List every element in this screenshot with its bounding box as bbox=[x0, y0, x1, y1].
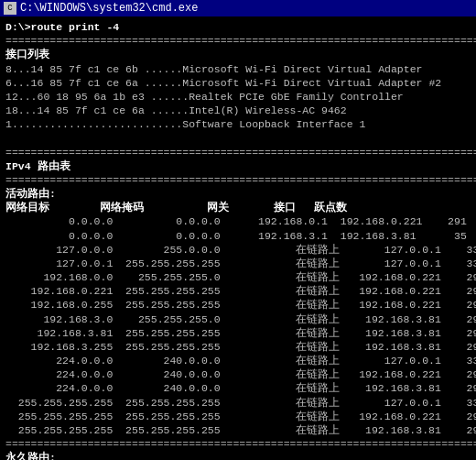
route-header: 网络目标 网络掩码 网关 接口 跃点数 bbox=[5, 201, 471, 214]
title-bar: C C:\WINDOWS\system32\cmd.exe bbox=[0, 0, 476, 16]
separator-eq-2: ========================================… bbox=[5, 146, 471, 159]
route-13: 255.255.255.255 255.255.255.255 在链路上 127… bbox=[5, 396, 471, 410]
route-3: 127.0.0.1 255.255.255.255 在链路上 127.0.0.1… bbox=[5, 257, 471, 270]
route-11: 224.0.0.0 240.0.0.0 在链路上 192.168.0.221 2… bbox=[5, 367, 471, 381]
iface-2: 12...60 18 95 6a 1b e3 ......Realtek PCI… bbox=[5, 90, 471, 104]
separator-eq-3: ========================================… bbox=[5, 173, 471, 187]
route-4: 192.168.0.0 255.255.255.0 在链路上 192.168.0… bbox=[5, 270, 471, 284]
section-persistent-label: 永久路由: bbox=[5, 451, 471, 460]
route-0: 0.0.0.0 0.0.0.0 192.168.0.1 192.168.0.22… bbox=[5, 214, 471, 228]
separator-eq-4: ========================================… bbox=[5, 437, 471, 451]
iface-1: 6...16 85 7f c1 ce 6a ......Microsoft Wi… bbox=[5, 76, 471, 90]
console-area: D:\>route print -4 =====================… bbox=[0, 16, 476, 460]
route-5: 192.168.0.221 255.255.255.255 在链路上 192.1… bbox=[5, 284, 471, 298]
prompt-line: D:\>route print -4 bbox=[5, 20, 471, 34]
iface-4: 1...........................Software Loo… bbox=[5, 117, 471, 131]
route-7: 192.168.3.0 255.255.255.0 在链路上 192.168.3… bbox=[5, 312, 471, 326]
route-12: 224.0.0.0 240.0.0.0 在链路上 192.168.3.81 29… bbox=[5, 381, 471, 395]
iface-0: 8...14 85 7f c1 ce 6b ......Microsoft Wi… bbox=[5, 62, 471, 76]
route-9: 192.168.3.255 255.255.255.255 在链路上 192.1… bbox=[5, 340, 471, 354]
route-8: 192.168.3.81 255.255.255.255 在链路上 192.16… bbox=[5, 326, 471, 340]
route-6: 192.168.0.255 255.255.255.255 在链路上 192.1… bbox=[5, 298, 471, 312]
section-ipv4-label: IPv4 路由表 bbox=[5, 159, 471, 173]
route-10: 224.0.0.0 240.0.0.0 在链路上 127.0.0.1 331 bbox=[5, 354, 471, 367]
route-15: 255.255.255.255 255.255.255.255 在链路上 192… bbox=[5, 423, 471, 437]
separator-eq-1: ========================================… bbox=[5, 34, 471, 48]
section-active-label: 活动路由: bbox=[5, 187, 471, 201]
title-text: C:\WINDOWS\system32\cmd.exe bbox=[20, 2, 198, 15]
section-interface-label: 接口列表 bbox=[5, 48, 471, 61]
cmd-icon: C bbox=[4, 2, 16, 15]
route-2: 127.0.0.0 255.0.0.0 在链路上 127.0.0.1 331 bbox=[5, 243, 471, 257]
route-14: 255.255.255.255 255.255.255.255 在链路上 192… bbox=[5, 410, 471, 423]
blank-1 bbox=[5, 131, 471, 145]
route-1: 0.0.0.0 0.0.0.0 192.168.3.1 192.168.3.81… bbox=[5, 229, 471, 243]
iface-3: 18...14 85 7f c1 ce 6a ......Intel(R) Wi… bbox=[5, 104, 471, 117]
